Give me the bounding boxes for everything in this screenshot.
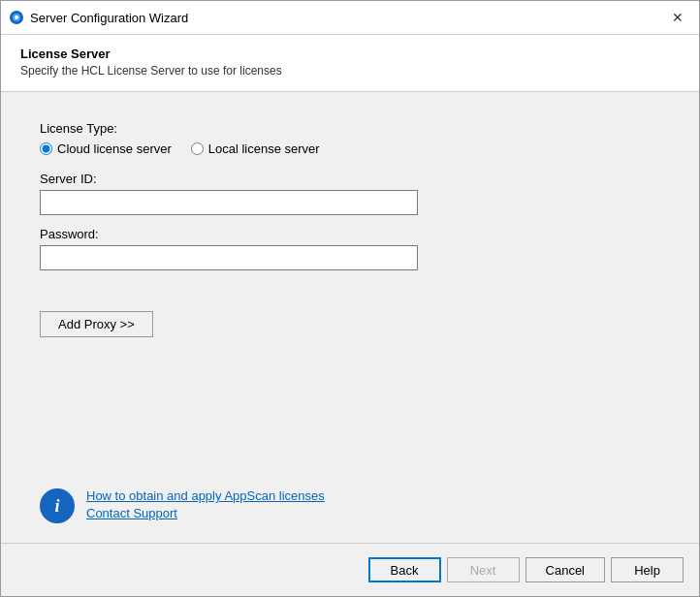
radio-row: Cloud license server Local license serve… <box>40 141 660 156</box>
cancel-button[interactable]: Cancel <box>525 557 605 582</box>
server-id-input[interactable] <box>40 190 418 215</box>
password-group: Password: <box>40 227 660 270</box>
server-id-label: Server ID: <box>40 172 660 186</box>
radio-local-input[interactable] <box>191 142 204 155</box>
content-area: License Type: Cloud license server Local… <box>1 92 699 543</box>
password-input[interactable] <box>40 245 418 270</box>
password-label: Password: <box>40 227 660 241</box>
radio-local-item[interactable]: Local license server <box>191 141 320 156</box>
server-id-group: Server ID: <box>40 172 660 215</box>
help-button[interactable]: Help <box>611 557 684 582</box>
info-links: How to obtain and apply AppScan licenses… <box>86 488 325 520</box>
add-proxy-button[interactable]: Add Proxy >> <box>40 311 153 337</box>
window-title: Server Configuration Wizard <box>30 11 664 25</box>
how-to-obtain-link[interactable]: How to obtain and apply AppScan licenses <box>86 488 325 503</box>
license-type-label: License Type: <box>40 121 660 136</box>
radio-cloud-input[interactable] <box>40 142 52 155</box>
title-bar: Server Configuration Wizard ✕ <box>1 1 699 35</box>
main-window: Server Configuration Wizard ✕ License Se… <box>0 0 700 597</box>
info-section: i How to obtain and apply AppScan licens… <box>40 469 660 523</box>
page-heading: License Server <box>20 47 680 61</box>
contact-support-link[interactable]: Contact Support <box>86 506 325 520</box>
info-icon: i <box>40 488 75 523</box>
footer: Back Next Cancel Help <box>1 543 699 596</box>
radio-cloud-label[interactable]: Cloud license server <box>57 141 172 156</box>
svg-point-2 <box>15 16 18 19</box>
proxy-section: Add Proxy >> <box>40 311 660 337</box>
radio-cloud-item[interactable]: Cloud license server <box>40 141 172 156</box>
header-section: License Server Specify the HCL License S… <box>1 35 699 92</box>
back-button[interactable]: Back <box>368 557 441 582</box>
page-subheading: Specify the HCL License Server to use fo… <box>20 64 680 78</box>
app-icon <box>9 10 24 25</box>
next-button: Next <box>447 557 520 582</box>
close-button[interactable]: ✕ <box>664 5 691 30</box>
radio-local-label[interactable]: Local license server <box>208 141 320 156</box>
